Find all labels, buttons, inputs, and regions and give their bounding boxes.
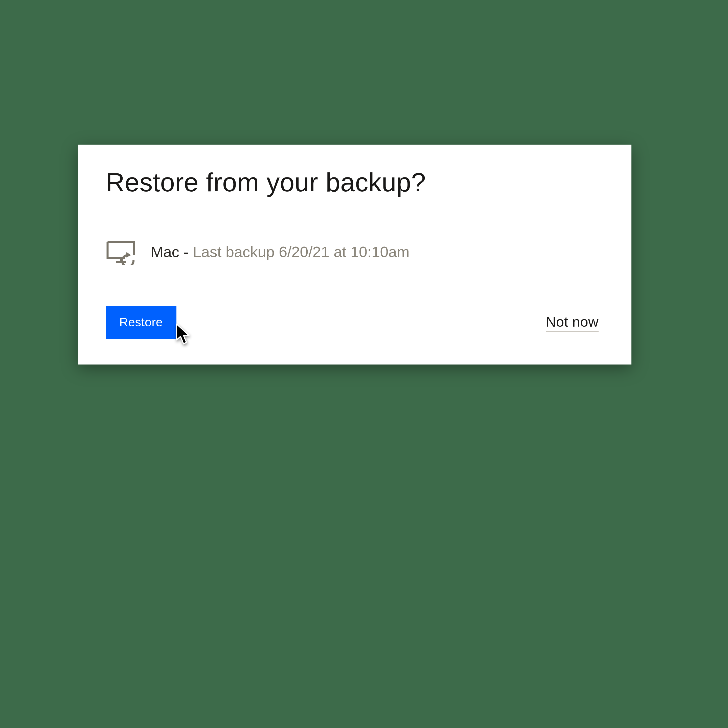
device-name: Mac [151,243,179,260]
restore-dialog: Restore from your backup? Mac - Last bac… [78,145,632,364]
dialog-title: Restore from your backup? [106,167,426,197]
dialog-actions: Restore Not now [106,306,599,339]
backup-device-text: Mac - Last backup 6/20/21 at 10:10am [151,245,410,260]
backup-device-row: Mac - Last backup 6/20/21 at 10:10am [106,241,410,263]
device-separator: - [179,243,193,260]
monitor-restore-icon [106,241,136,263]
restore-button[interactable]: Restore [106,306,176,339]
not-now-link[interactable]: Not now [546,314,599,332]
device-last-backup: Last backup 6/20/21 at 10:10am [193,243,410,260]
